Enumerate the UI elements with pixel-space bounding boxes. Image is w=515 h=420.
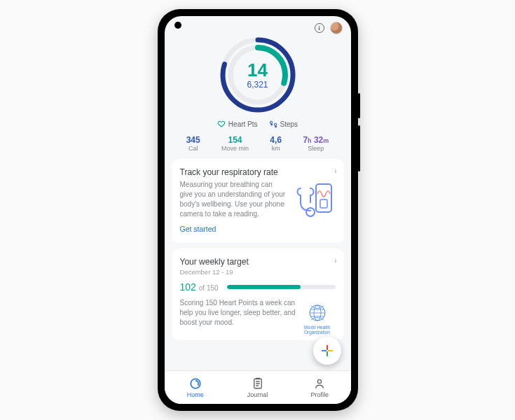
nav-home[interactable]: Home xyxy=(165,371,227,404)
nav-journal-label: Journal xyxy=(247,391,268,398)
steps-icon xyxy=(269,120,277,128)
stat-sleep-label: Sleep xyxy=(303,145,329,152)
ring-legend: Heart Pts Steps xyxy=(217,120,298,128)
bottom-nav: Home Journal Profile xyxy=(165,370,351,404)
svg-rect-5 xyxy=(320,200,327,208)
nav-profile-label: Profile xyxy=(310,391,329,398)
journal-icon xyxy=(252,377,264,390)
add-fab[interactable] xyxy=(313,337,341,365)
stat-move-label: Move min xyxy=(221,145,249,152)
weekly-progress-bar xyxy=(227,285,336,289)
respiratory-card[interactable]: › Track your respiratory rate Measuring … xyxy=(172,159,344,243)
legend-steps[interactable]: Steps xyxy=(269,120,298,128)
stat-calories[interactable]: 345 Cal xyxy=(186,135,200,152)
activity-ring[interactable]: 14 6,321 xyxy=(219,36,297,114)
stat-move-value: 154 xyxy=(221,135,249,145)
get-started-link[interactable]: Get started xyxy=(180,225,217,233)
svg-point-16 xyxy=(318,379,322,383)
legend-heart-pts[interactable]: Heart Pts xyxy=(217,120,258,128)
weekly-target-card[interactable]: › Your weekly target December 12 - 19 10… xyxy=(172,248,344,340)
svg-point-14 xyxy=(193,380,198,386)
phone-frame: i 14 6,321 xyxy=(158,9,358,411)
stats-row: 345 Cal 154 Move min 4,6 km 7h 32 xyxy=(165,135,351,159)
legend-heart-label: Heart Pts xyxy=(228,120,258,128)
weekly-card-desc: Scoring 150 Heart Points a week can help… xyxy=(180,298,299,328)
stat-move-min[interactable]: 154 Move min xyxy=(221,135,249,152)
nav-home-label: Home xyxy=(187,391,204,398)
who-globe-icon xyxy=(308,304,327,322)
stat-dist-label: km xyxy=(270,145,282,152)
respiratory-illustration xyxy=(292,180,336,220)
svg-rect-11 xyxy=(322,350,327,351)
weekly-card-title: Your weekly target xyxy=(180,257,336,267)
nav-profile[interactable]: Profile xyxy=(289,371,351,404)
stat-sleep[interactable]: 7h 32m Sleep xyxy=(303,135,329,152)
chevron-right-icon: › xyxy=(334,167,336,175)
front-camera xyxy=(174,22,181,29)
steps-value: 6,321 xyxy=(247,80,268,90)
stat-distance[interactable]: 4,6 km xyxy=(270,135,282,152)
heart-icon xyxy=(217,120,226,128)
info-icon[interactable]: i xyxy=(315,23,324,33)
stat-cal-label: Cal xyxy=(186,145,200,152)
svg-rect-9 xyxy=(327,345,328,350)
legend-steps-label: Steps xyxy=(280,120,298,128)
chevron-right-icon: › xyxy=(334,257,336,265)
top-bar: i xyxy=(165,16,351,34)
activity-ring-section: 14 6,321 Heart Pts Steps xyxy=(165,36,351,159)
who-badge: World HealthOrganization xyxy=(298,304,337,335)
respiratory-card-title: Track your respiratory rate xyxy=(180,167,336,177)
nav-journal[interactable]: Journal xyxy=(226,371,289,404)
plus-icon xyxy=(320,344,334,358)
heart-points-value: 14 xyxy=(247,61,268,79)
weekly-progress-value: 102 of 150 xyxy=(180,281,219,293)
svg-point-6 xyxy=(306,208,315,216)
hardware-button xyxy=(358,93,360,118)
weekly-card-subtitle: December 12 - 19 xyxy=(180,268,336,276)
stat-dist-value: 4,6 xyxy=(270,135,282,145)
profile-avatar[interactable] xyxy=(330,22,343,34)
profile-icon xyxy=(313,377,326,390)
stat-sleep-value: 7h 32m xyxy=(303,135,329,145)
hardware-button xyxy=(358,125,360,172)
content-area[interactable]: › Track your respiratory rate Measuring … xyxy=(165,159,351,404)
svg-rect-12 xyxy=(328,350,333,351)
respiratory-card-body: Measuring your breathing can give you an… xyxy=(180,180,287,219)
screen: i 14 6,321 xyxy=(165,16,351,404)
svg-rect-10 xyxy=(327,351,328,356)
stat-cal-value: 345 xyxy=(186,135,200,145)
home-ring-icon xyxy=(189,377,202,390)
